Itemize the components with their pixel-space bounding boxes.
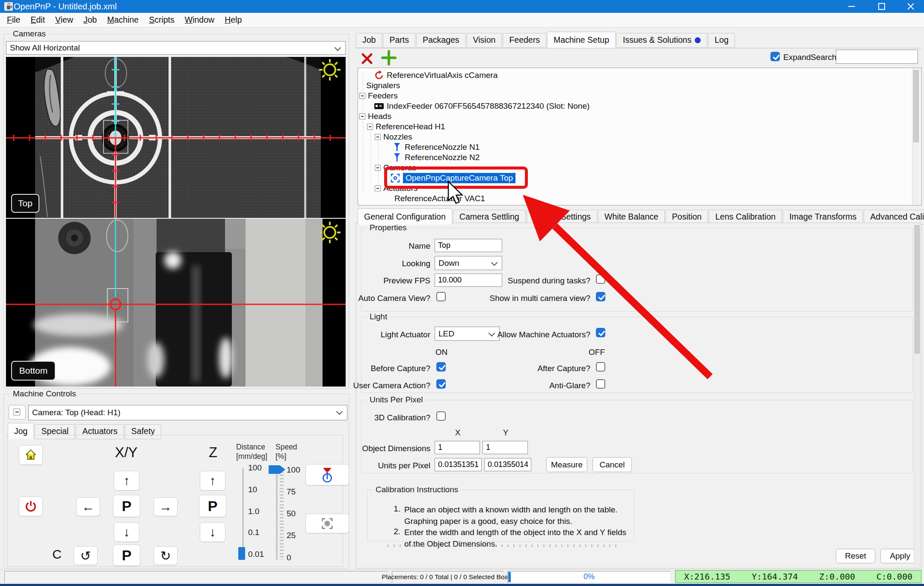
speed-slider[interactable] — [276, 468, 278, 560]
object-dimensions-x-field[interactable] — [435, 441, 480, 454]
collapse-toggle-icon[interactable] — [359, 93, 365, 99]
tab-feeders[interactable]: Feeders — [503, 33, 546, 48]
search-input[interactable] — [836, 50, 918, 64]
menu-help[interactable]: Help — [219, 14, 247, 26]
top-camera-view[interactable]: Top — [6, 57, 346, 218]
tree-row[interactable]: ReferenceVirtualAxis cCamera — [374, 70, 498, 80]
tree-scrollbar[interactable] — [912, 68, 920, 205]
tab-vision[interactable]: Vision — [467, 33, 502, 48]
menu-edit[interactable]: Edit — [25, 14, 50, 26]
tree-row[interactable]: Nozzles — [375, 132, 412, 142]
object-dimensions-y-field[interactable] — [483, 441, 528, 454]
jog-x-minus-button[interactable]: ← — [76, 497, 100, 516]
tab-parts[interactable]: Parts — [383, 33, 415, 48]
position-camera-button[interactable]: P — [113, 495, 140, 517]
app-icon — [3, 1, 14, 14]
distance-slider[interactable] — [242, 468, 244, 560]
window-title: OpenPnP - Untitled.job.xml — [14, 2, 117, 12]
suspend-checkbox[interactable] — [596, 274, 605, 284]
multi-camera-view-label: Show in multi camera view? — [479, 294, 590, 303]
distance-tick-label: 0.01 — [248, 550, 264, 559]
bottom-camera-badge: Bottom — [11, 361, 56, 381]
after-capture-checkbox[interactable] — [596, 362, 605, 372]
jog-z-plus-button[interactable]: ↑ — [200, 471, 225, 491]
jog-y-minus-button[interactable]: ↓ — [114, 522, 139, 542]
park-nozzle-button[interactable] — [305, 464, 349, 485]
tree-scrollbar-thumb[interactable] — [913, 70, 919, 142]
tab-machine-setup[interactable]: Machine Setup — [547, 32, 616, 48]
camera-view-mode-select[interactable]: Show All Horizontal — [6, 41, 346, 55]
tab-jog[interactable]: Jog — [8, 423, 34, 439]
distance-slider-handle[interactable] — [238, 547, 245, 560]
anti-glare-checkbox[interactable] — [596, 379, 605, 389]
auto-camera-view-checkbox[interactable] — [436, 292, 446, 301]
camera-position-button[interactable] — [305, 514, 349, 533]
collapse-toggle-icon[interactable] — [367, 124, 373, 130]
units-per-pixel-y-field[interactable] — [484, 458, 531, 471]
tree-row[interactable]: Signalers — [364, 80, 400, 91]
collapse-toggle-icon[interactable] — [375, 165, 381, 171]
dro-x: X:216.135 — [684, 571, 730, 582]
minimize-button[interactable] — [838, 0, 866, 13]
tab-packages[interactable]: Packages — [416, 33, 466, 48]
before-capture-checkbox[interactable] — [436, 362, 446, 372]
tab-log[interactable]: Log — [708, 33, 735, 48]
collapse-toggle-icon[interactable] — [375, 185, 381, 191]
menu-machine[interactable]: Machine — [102, 14, 144, 26]
rotate-cw-button[interactable]: ↻ — [154, 546, 178, 565]
anti-glare-label: Anti-Glare? — [513, 381, 590, 390]
delete-button[interactable] — [361, 52, 373, 65]
expand-checkbox[interactable] — [770, 52, 780, 61]
add-button[interactable] — [381, 50, 397, 66]
cancel-button[interactable]: Cancel — [592, 457, 632, 472]
tree-row[interactable]: IndexFeeder 0670FF565457888367212340 (Sl… — [374, 101, 589, 111]
tab-issues-solutions[interactable]: Issues & Solutions — [616, 33, 707, 48]
position-c-button[interactable]: P — [113, 544, 140, 566]
units-per-pixel-x-field[interactable] — [435, 458, 482, 471]
jog-z-minus-button[interactable]: ↓ — [200, 522, 225, 542]
speed-slider-handle[interactable] — [268, 465, 286, 474]
speed-header: Speed — [275, 443, 297, 452]
3d-calibration-checkbox[interactable] — [436, 411, 446, 421]
tree-row[interactable]: Feeders — [359, 91, 398, 101]
name-field[interactable] — [435, 239, 502, 252]
bottom-camera-view[interactable]: Bottom — [6, 219, 346, 387]
menu-window[interactable]: Window — [180, 14, 219, 26]
collapse-toggle-icon[interactable] — [359, 113, 365, 119]
config-scrollbar[interactable] — [914, 223, 921, 568]
tree-guide-line — [370, 128, 371, 181]
config-scrollbar-thumb[interactable] — [915, 225, 920, 354]
menu-scripts[interactable]: Scripts — [144, 14, 180, 26]
measure-button[interactable]: Measure — [546, 457, 587, 472]
user-camera-action-checkbox[interactable] — [436, 379, 446, 389]
collapse-controls-button[interactable] — [9, 405, 26, 419]
jog-target-select[interactable]: Camera: Top (Head: H1) — [28, 405, 347, 420]
tree-row[interactable]: Heads — [359, 111, 391, 122]
position-z-button[interactable]: P — [199, 495, 226, 517]
rotate-ccw-button[interactable]: ↺ — [74, 546, 98, 565]
tree-row[interactable]: ReferenceNozzle N1 — [392, 142, 480, 152]
looking-select[interactable]: Down — [435, 256, 502, 270]
power-button[interactable] — [19, 497, 43, 516]
allow-actuators-checkbox[interactable] — [596, 328, 605, 337]
collapse-toggle-icon[interactable] — [375, 134, 381, 140]
machine-controls-title: Machine Controls — [10, 389, 79, 399]
tree-row[interactable]: ReferenceHead H1 — [367, 122, 445, 132]
home-button[interactable] — [19, 445, 43, 465]
maximize-button[interactable] — [868, 0, 896, 13]
menu-job[interactable]: Job — [78, 14, 102, 26]
distance-tick-label: 100 — [248, 463, 262, 473]
jog-y-plus-button[interactable]: ↑ — [114, 471, 139, 491]
tab-general-configuration[interactable]: General Configuration — [358, 208, 452, 225]
menu-view[interactable]: View — [50, 14, 78, 26]
reset-button[interactable]: Reset — [836, 549, 875, 563]
tree-row[interactable]: ReferenceActuator VAC1 — [392, 193, 485, 204]
after-capture-label: After Capture? — [505, 364, 590, 373]
multi-camera-view-checkbox[interactable] — [596, 292, 605, 301]
jog-x-plus-button[interactable]: → — [154, 497, 178, 516]
tab-job[interactable]: Job — [356, 33, 382, 48]
tree-row[interactable]: ReferenceNozzle N2 — [392, 152, 480, 163]
tree-guide-line — [363, 71, 363, 196]
menu-file[interactable]: File — [2, 14, 25, 26]
close-button[interactable] — [897, 0, 924, 13]
